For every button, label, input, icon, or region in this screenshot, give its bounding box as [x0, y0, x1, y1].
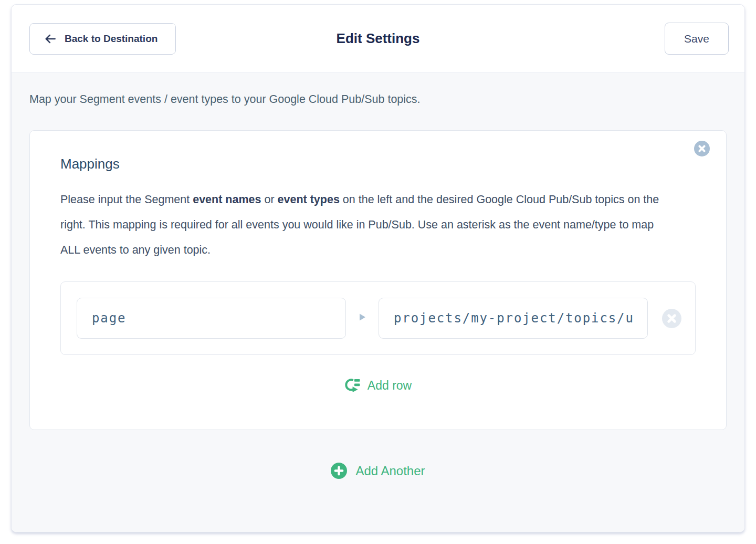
triangle-right-icon [359, 313, 366, 323]
mapping-arrow-cell [346, 313, 379, 323]
insert-row-arrow-icon [344, 378, 360, 393]
page-title: Edit Settings [337, 30, 420, 47]
desc-bold-event-types: event types [278, 193, 340, 206]
intro-text: Map your Segment events / event types to… [29, 93, 727, 106]
panel-body: Map your Segment events / event types to… [12, 73, 744, 532]
back-to-destination-button[interactable]: Back to Destination [29, 23, 176, 55]
desc-bold-event-names: event names [193, 193, 261, 206]
add-row-label: Add row [368, 379, 412, 393]
add-row-button[interactable]: Add row [341, 376, 415, 395]
mappings-card: Mappings Please input the Segment event … [29, 130, 727, 430]
panel-header: Back to Destination Edit Settings Save [12, 5, 744, 73]
mappings-description: Please input the Segment event names or … [60, 187, 669, 263]
remove-row-button[interactable] [662, 309, 681, 328]
save-button[interactable]: Save [665, 23, 729, 55]
plus-circle-icon [331, 463, 347, 479]
mappings-card-close-button[interactable] [694, 141, 710, 156]
close-circle-icon [694, 141, 710, 156]
edit-settings-panel: Back to Destination Edit Settings Save M… [11, 4, 745, 532]
close-circle-icon [662, 309, 681, 328]
add-another-label: Add Another [355, 464, 425, 478]
arrow-left-icon [44, 32, 57, 46]
back-button-label: Back to Destination [65, 33, 158, 45]
pubsub-topic-input[interactable] [379, 298, 648, 339]
row-close-cell [648, 309, 695, 328]
event-name-input[interactable] [77, 298, 346, 339]
add-another-button[interactable]: Add Another [328, 461, 428, 481]
mapping-row [60, 281, 696, 355]
mappings-title: Mappings [60, 156, 696, 172]
